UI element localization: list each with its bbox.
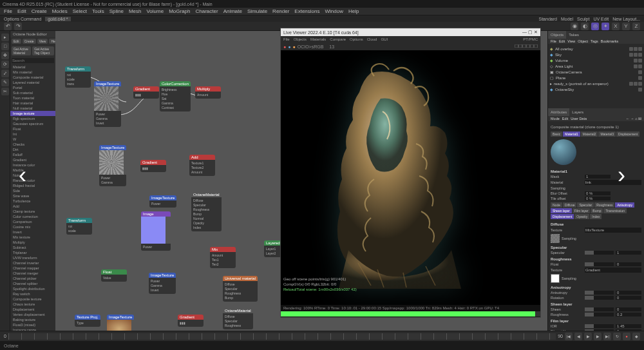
list-item[interactable]: Ray switch <box>10 291 55 297</box>
film-ior-slider[interactable] <box>585 324 614 328</box>
tab-attributes[interactable]: Attributes <box>548 108 569 116</box>
node-imagetexture[interactable]: ImageTexturePowerGammaInvert <box>94 81 121 127</box>
list-item[interactable]: Toon material <box>10 95 55 101</box>
attr-edit[interactable]: Edit <box>562 117 568 121</box>
tab-layers[interactable]: Layers <box>569 108 586 116</box>
timeline-ruler[interactable] <box>8 333 556 340</box>
menu-edit[interactable]: Edit <box>17 8 26 14</box>
layertab-opacity[interactable]: Opacity <box>574 214 589 219</box>
rotation-input[interactable] <box>616 296 641 300</box>
list-item-selected[interactable]: Image texture <box>10 111 55 116</box>
obj-bookmarks[interactable]: Bookmarks <box>601 39 619 43</box>
tool-cursor[interactable]: ▸ <box>1 34 9 41</box>
layertab-node[interactable]: Node <box>551 202 562 208</box>
list-item[interactable]: Cosine mix <box>10 224 55 229</box>
list-item[interactable]: Composite texture <box>10 297 55 302</box>
color-swatch[interactable] <box>551 274 560 283</box>
node-transform[interactable]: Transformrotscaletrans <box>65 66 91 88</box>
node-imager[interactable]: ImagePower <box>141 211 171 251</box>
node-imagetexture[interactable]: ImageTexturePowerGammaInvert <box>149 273 176 294</box>
list-item[interactable]: Checks <box>10 142 55 147</box>
list-item[interactable]: Channel inverter <box>10 260 55 266</box>
list-item[interactable]: Float <box>10 126 55 131</box>
node-mix[interactable]: MixAmountTex1Tex2 <box>210 247 236 268</box>
menu-help[interactable]: Help <box>348 8 359 14</box>
layertab-anisotropy[interactable]: Anisotropy <box>615 202 634 208</box>
list-item[interactable]: Baking texture <box>10 317 55 322</box>
tool-rotate[interactable]: ◐ <box>581 23 589 30</box>
node-colorcorrection[interactable]: ColorCorrectionBrightnessHueSatGammaCont… <box>160 81 191 112</box>
list-item[interactable]: Triplanar <box>10 250 55 255</box>
layertab-specular[interactable]: Specular <box>577 202 594 208</box>
carousel-prev-arrow[interactable]: ‹ <box>13 162 32 188</box>
tab-displacement[interactable]: Displacement <box>616 131 639 137</box>
list-item[interactable]: Side <box>10 188 55 193</box>
list-item[interactable]: Mix material <box>10 70 55 75</box>
menu-animate[interactable]: Animate <box>223 8 242 14</box>
node-universalmaterial[interactable]: Universal materialDiffuseSpecularRoughne… <box>223 276 258 302</box>
get-active-material[interactable]: Get Active Material <box>12 46 31 55</box>
menu-character[interactable]: Character <box>196 8 218 14</box>
roughness-input[interactable] <box>616 262 641 266</box>
undo-button[interactable]: ↶ <box>4 23 12 30</box>
obj-object[interactable]: Object <box>578 39 588 43</box>
layertab-roughness[interactable]: Roughness <box>594 202 614 208</box>
node-imagetexture[interactable]: ImageTexturePower <box>149 195 176 208</box>
aniso-input[interactable] <box>616 291 641 295</box>
menu-tools[interactable]: Tools <box>92 8 104 14</box>
list-item[interactable]: Chaos texture <box>10 302 55 307</box>
list-item[interactable]: Vertex displacement <box>10 312 55 317</box>
tool-x[interactable]: X <box>612 23 620 30</box>
tool-select[interactable]: □ <box>1 43 9 50</box>
list-item[interactable]: Falloff <box>10 152 55 157</box>
menu-extensions[interactable]: Extensions <box>294 8 319 14</box>
list-item[interactable]: Channel mapper <box>10 266 55 271</box>
list-item[interactable]: Clamp texture <box>10 209 55 214</box>
list-item[interactable]: Rgb spectrum <box>10 116 55 121</box>
list-item[interactable]: Channel merger <box>10 271 55 276</box>
menu-volume[interactable]: Volume <box>146 8 164 14</box>
layertab-transmission[interactable]: Transmission <box>603 208 627 213</box>
play-next[interactable]: ▶ <box>594 333 601 340</box>
menu-create[interactable]: Create <box>32 8 47 14</box>
list-item[interactable]: Invert <box>10 229 55 235</box>
palette-tab-create[interactable]: Create <box>23 39 36 44</box>
play-end[interactable]: ▶| <box>603 333 611 340</box>
node-gradient[interactable]: Gradient▮▮▮ <box>178 315 204 327</box>
tab-material1[interactable]: Material1 <box>563 131 580 137</box>
tool-brush[interactable]: ✎ <box>1 79 9 86</box>
palette-tab-help[interactable]: Help <box>49 39 55 44</box>
layout-new[interactable]: New Layout... <box>612 17 640 21</box>
layertab-diffuse[interactable]: Diffuse <box>563 202 576 208</box>
aniso-slider[interactable] <box>585 291 614 295</box>
viewer-menu-gui[interactable]: GUI <box>381 37 388 41</box>
tab-basic[interactable]: Basic <box>551 131 562 137</box>
node-gradient[interactable]: Gradient▮▮▮ <box>133 86 159 99</box>
viewer-colorspace[interactable]: OCIO>sRGB <box>298 44 324 49</box>
menu-spline[interactable]: Spline <box>109 8 124 14</box>
list-item[interactable]: Composite material <box>10 75 55 80</box>
obj-tags[interactable]: Tags <box>591 39 598 43</box>
attr-userdata[interactable]: User Data <box>571 117 587 121</box>
list-item[interactable]: UVW transform <box>10 255 55 260</box>
tool-move[interactable]: ◉ <box>571 23 578 30</box>
palette-tab-edit[interactable]: Edit <box>12 39 21 44</box>
list-item[interactable]: Add <box>10 204 55 209</box>
tool-axis[interactable]: ✦ <box>601 23 609 30</box>
tool-scale[interactable]: ◎ <box>591 23 599 30</box>
menu-simulate[interactable]: Simulate <box>247 8 267 14</box>
mask-input[interactable] <box>585 175 611 179</box>
list-item[interactable]: Dirt <box>10 147 55 152</box>
specular-slider[interactable] <box>585 251 614 255</box>
menu-mesh[interactable]: Mesh <box>129 8 142 14</box>
viewer-titlebar[interactable]: Live Viewer 2022.4 E.10 [T4 cuda 64]— ▢ … <box>281 28 540 36</box>
film-ior-input[interactable] <box>616 324 641 328</box>
tool-move2[interactable]: ✥ <box>1 52 9 59</box>
object-tree[interactable]: ◆All overlay ◆Sky ◆Volume ◇Area Light ▣O… <box>548 44 644 108</box>
play-loop[interactable]: ↻ <box>613 333 621 340</box>
menu-mograph[interactable]: MoGraph <box>169 8 190 14</box>
node-multiply[interactable]: MultiplyAmount <box>195 86 221 99</box>
doc-tab[interactable]: gold.c4d * <box>45 17 70 21</box>
list-item[interactable]: Multiply <box>10 240 55 245</box>
viewer-menu-objects[interactable]: Objects <box>294 37 307 41</box>
